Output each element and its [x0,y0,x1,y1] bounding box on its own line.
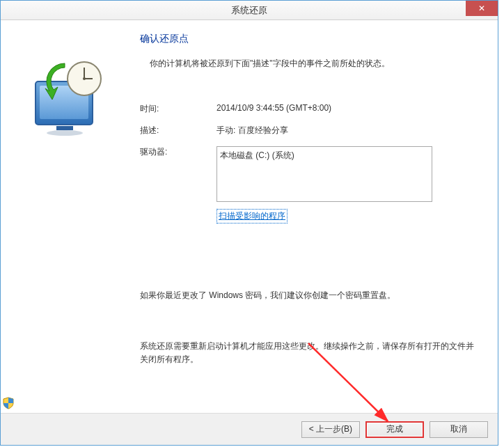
label-time: 时间: [140,103,216,115]
close-icon: ✕ [478,3,485,13]
label-description: 描述: [140,125,216,136]
password-note: 如果你最近更改了 Windows 密码，我们建议你创建一个密码重置盘。 [140,290,481,301]
drive-item: 本地磁盘 (C:) (系统) [220,150,294,160]
finish-button[interactable]: 完成 [365,421,424,438]
back-button[interactable]: < 上一步(B) [301,421,360,438]
cancel-button[interactable]: 取消 [430,421,488,438]
scan-affected-link[interactable]: 扫描受影响的程序 [216,209,288,224]
value-time: 2014/10/9 3:44:55 (GMT+8:00) [216,103,481,115]
sidebar [8,33,140,413]
titlebar: 系统还原 ✕ [1,1,498,20]
main-panel: 确认还原点 你的计算机将被还原到下面"描述"字段中的事件之前所处的状态。 时间:… [140,33,481,413]
footer-buttons: < 上一步(B) 完成 取消 [1,413,498,445]
intro-text: 你的计算机将被还原到下面"描述"字段中的事件之前所处的状态。 [140,58,481,70]
row-description: 描述: 手动: 百度经验分享 [140,125,481,136]
page-heading: 确认还原点 [140,33,481,45]
drive-listbox[interactable]: 本地磁盘 (C:) (系统) [216,146,432,202]
window-title: 系统还原 [231,4,267,17]
row-drive: 驱动器: 本地磁盘 (C:) (系统) 扫描受影响的程序 [140,146,481,224]
system-restore-icon [22,54,140,139]
drive-column: 本地磁盘 (C:) (系统) 扫描受影响的程序 [216,146,432,224]
svg-rect-2 [56,126,73,130]
row-time: 时间: 2014/10/9 3:44:55 (GMT+8:00) [140,103,481,115]
close-button[interactable]: ✕ [466,1,498,16]
dialog-window: 系统还原 ✕ [0,0,498,446]
value-description: 手动: 百度经验分享 [216,125,481,136]
uac-shield-icon [2,397,15,411]
content-area: 确认还原点 你的计算机将被还原到下面"描述"字段中的事件之前所处的状态。 时间:… [1,20,498,413]
label-drive: 驱动器: [140,146,216,158]
svg-point-3 [47,130,83,136]
svg-point-7 [83,77,86,80]
restart-note: 系统还原需要重新启动计算机才能应用这些更改。继续操作之前，请保存所有打开的文件并… [140,340,481,366]
